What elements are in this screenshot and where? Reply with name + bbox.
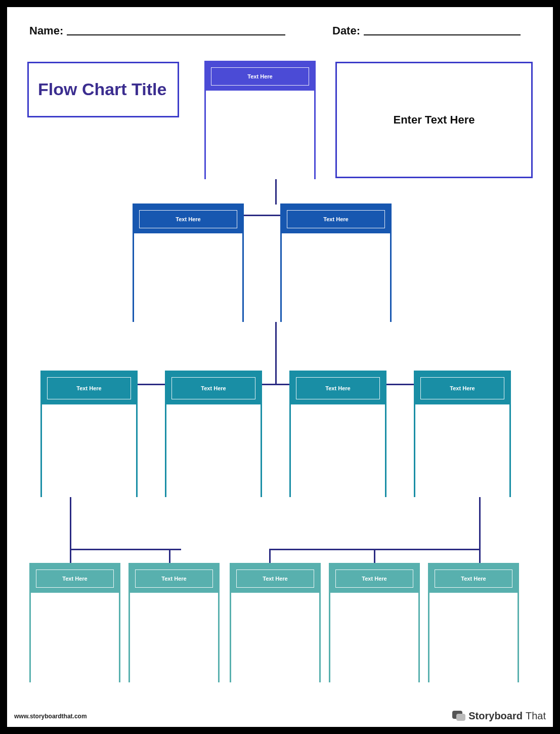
worksheet-page: Name: Date: Flow Chart Title Enter Text …: [7, 7, 553, 727]
node-l3-2[interactable]: Text Here: [165, 371, 262, 497]
node-body[interactable]: [42, 404, 136, 497]
node-header: Text Here: [291, 372, 385, 404]
node-label: Text Here: [176, 216, 200, 222]
node-l4-5[interactable]: Text Here: [428, 563, 519, 682]
date-line[interactable]: [364, 34, 521, 35]
node-l4-4[interactable]: Text Here: [329, 563, 420, 682]
node-label: Text Here: [362, 576, 386, 582]
node-l3-1[interactable]: Text Here: [40, 371, 138, 497]
node-body[interactable]: [31, 593, 119, 682]
connector: [70, 549, 181, 550]
node-body[interactable]: [282, 233, 390, 322]
node-body[interactable]: [291, 404, 385, 497]
connector: [88, 384, 462, 385]
connector: [479, 549, 481, 564]
node-header: Text Here: [166, 372, 261, 404]
node-header: Text Here: [206, 62, 314, 91]
node-body[interactable]: [415, 404, 509, 497]
node-header: Text Here: [429, 564, 518, 593]
connector: [169, 549, 170, 564]
node-body[interactable]: [130, 593, 218, 682]
node-l3-4[interactable]: Text Here: [414, 371, 511, 497]
connector: [275, 179, 277, 205]
name-line[interactable]: [67, 34, 285, 35]
enter-text-label: Enter Text Here: [394, 113, 475, 127]
node-label: Text Here: [263, 576, 287, 582]
node-l2-1[interactable]: Text Here: [133, 203, 244, 322]
node-header: Text Here: [31, 564, 119, 593]
node-body[interactable]: [166, 404, 261, 497]
speech-bubble-icon: [452, 711, 465, 722]
node-label: Text Here: [323, 216, 348, 222]
brand-thin: That: [526, 710, 546, 722]
connector: [374, 549, 375, 564]
node-header: Text Here: [282, 205, 390, 233]
connector: [70, 549, 71, 564]
node-label: Text Here: [325, 385, 350, 391]
node-body[interactable]: [330, 593, 418, 682]
node-header: Text Here: [330, 564, 418, 593]
node-body[interactable]: [429, 593, 518, 682]
node-header: Text Here: [130, 564, 218, 593]
node-header: Text Here: [231, 564, 319, 593]
name-label: Name:: [29, 24, 63, 37]
connector: [275, 322, 277, 384]
node-l4-2[interactable]: Text Here: [128, 563, 220, 682]
node-body[interactable]: [134, 233, 242, 322]
title-text: Flow Chart Title: [38, 79, 166, 99]
node-l4-3[interactable]: Text Here: [230, 563, 321, 682]
node-label: Text Here: [247, 73, 272, 79]
enter-text-box[interactable]: Enter Text Here: [335, 62, 533, 178]
node-l4-1[interactable]: Text Here: [29, 563, 120, 682]
footer-brand: StoryboardThat: [452, 710, 546, 722]
node-label: Text Here: [461, 576, 486, 582]
node-header: Text Here: [42, 372, 136, 404]
node-label: Text Here: [62, 576, 87, 582]
node-label: Text Here: [76, 385, 101, 391]
date-label: Date:: [332, 24, 360, 37]
node-l1-1[interactable]: Text Here: [204, 61, 316, 179]
outer-frame: Name: Date: Flow Chart Title Enter Text …: [0, 0, 560, 734]
node-label: Text Here: [201, 385, 226, 391]
node-label: Text Here: [161, 576, 186, 582]
connector: [269, 549, 271, 564]
node-body[interactable]: [231, 593, 319, 682]
node-header: Text Here: [415, 372, 509, 404]
brand-strong: Storyboard: [468, 710, 523, 722]
node-body[interactable]: [206, 91, 314, 179]
node-label: Text Here: [450, 385, 475, 391]
title-box[interactable]: Flow Chart Title: [27, 62, 179, 117]
node-l2-2[interactable]: Text Here: [280, 203, 392, 322]
node-header: Text Here: [134, 205, 242, 233]
footer-url: www.storyboardthat.com: [14, 713, 87, 720]
node-l3-3[interactable]: Text Here: [289, 371, 386, 497]
